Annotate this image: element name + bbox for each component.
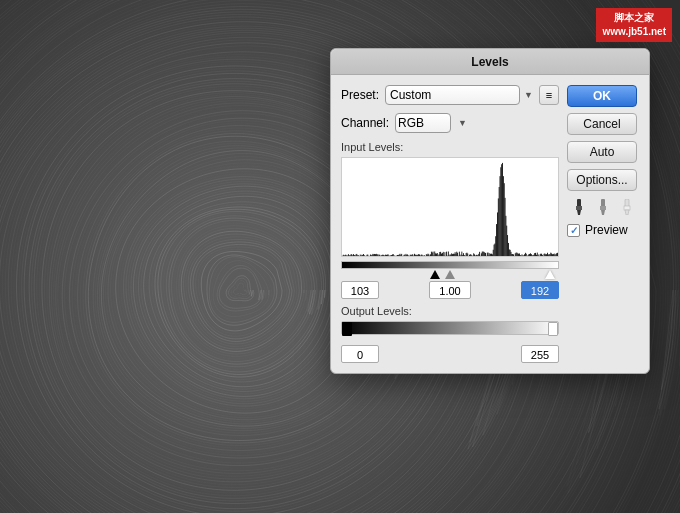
preset-row: Preset: Custom ▼ ≡ [341, 85, 559, 105]
ok-button[interactable]: OK [567, 85, 637, 107]
output-slider-area[interactable] [341, 321, 559, 341]
preview-label: Preview [585, 223, 628, 237]
histogram-container [341, 157, 559, 257]
output-level-numbers: 0 255 [341, 345, 559, 363]
svg-marker-5 [601, 210, 605, 215]
preset-options-button[interactable]: ≡ [539, 85, 559, 105]
input-level-numbers: 103 1.00 192 [341, 281, 559, 299]
svg-marker-2 [577, 210, 581, 215]
output-black-thumb[interactable] [342, 322, 352, 336]
channel-select[interactable]: RGB [395, 113, 451, 133]
gray-eyedropper-button[interactable] [593, 197, 613, 217]
eyedropper-row [567, 197, 639, 217]
preview-row: Preview [567, 223, 639, 237]
preset-label: Preset: [341, 88, 379, 102]
auto-button[interactable]: Auto [567, 141, 637, 163]
cancel-button[interactable]: Cancel [567, 113, 637, 135]
dialog-buttons: OK Cancel Auto Options... [567, 85, 639, 363]
output-white-value[interactable]: 255 [521, 345, 559, 363]
options-button[interactable]: Options... [567, 169, 637, 191]
black-eyedropper-icon [572, 199, 586, 215]
input-levels-label: Input Levels: [341, 141, 559, 153]
dialog-main: Preset: Custom ▼ ≡ Channel: RGB ▼ [341, 85, 559, 363]
svg-rect-0 [577, 199, 581, 207]
svg-rect-3 [601, 199, 605, 207]
white-eyedropper-button[interactable] [617, 197, 637, 217]
black-eyedropper-button[interactable] [569, 197, 589, 217]
channel-row: Channel: RGB ▼ [341, 113, 559, 133]
input-slider-track[interactable] [341, 261, 559, 279]
svg-rect-1 [576, 206, 582, 210]
input-mid-value[interactable]: 1.00 [429, 281, 471, 299]
input-white-thumb[interactable] [545, 270, 555, 279]
levels-dialog: Levels Preset: Custom ▼ ≡ Channel: RGB [330, 48, 650, 374]
input-gradient-bar [341, 261, 559, 269]
preset-dropdown-arrow-icon: ▼ [524, 90, 533, 100]
preset-select-wrap: Custom ▼ [385, 85, 533, 105]
input-mid-thumb[interactable] [445, 270, 455, 279]
output-black-value[interactable]: 0 [341, 345, 379, 363]
channel-label: Channel: [341, 116, 389, 130]
watermark: 脚本之家 www.jb51.net [596, 8, 672, 42]
output-white-thumb[interactable] [548, 322, 558, 336]
preview-checkbox[interactable] [567, 224, 580, 237]
gray-eyedropper-icon [596, 199, 610, 215]
output-levels-label: Output Levels: [341, 305, 559, 317]
input-white-value[interactable]: 192 [521, 281, 559, 299]
svg-marker-8 [625, 210, 629, 215]
channel-dropdown-arrow-icon: ▼ [458, 118, 467, 128]
input-black-thumb[interactable] [430, 270, 440, 279]
histogram-canvas [342, 158, 558, 256]
output-gradient-bar [341, 321, 559, 335]
svg-rect-7 [624, 206, 630, 210]
svg-rect-4 [600, 206, 606, 210]
white-eyedropper-icon [620, 199, 634, 215]
output-levels-section: Output Levels: 0 255 [341, 305, 559, 363]
input-black-value[interactable]: 103 [341, 281, 379, 299]
dialog-title: Levels [331, 49, 649, 75]
input-levels-section: Input Levels: 103 1.00 192 [341, 141, 559, 299]
preset-select[interactable]: Custom [385, 85, 520, 105]
